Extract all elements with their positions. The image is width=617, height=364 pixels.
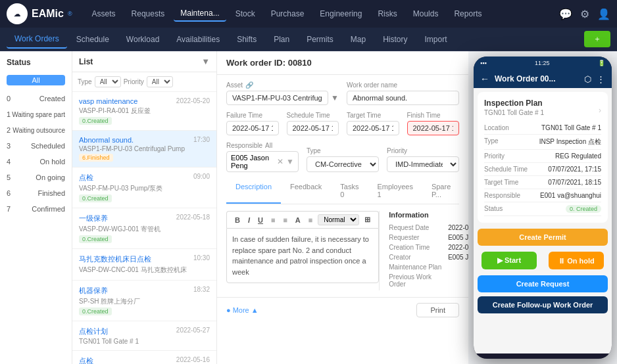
nav-stock[interactable]: Stock bbox=[229, 7, 262, 21]
create-followup-button[interactable]: Create Follow-up Work Order bbox=[478, 296, 608, 313]
list-item-sub: VASP-FM-PU-03 Pump/泵类 bbox=[79, 184, 210, 193]
grid-button[interactable]: ⊞ bbox=[362, 215, 373, 225]
card-chevron-icon[interactable]: › bbox=[599, 106, 601, 115]
finish-time-input[interactable] bbox=[407, 121, 460, 135]
status-scheduled[interactable]: 3 Scheduled bbox=[0, 138, 72, 154]
new-workorder-button[interactable]: ＋ bbox=[584, 31, 610, 47]
settings-icon[interactable]: ⚙ bbox=[580, 8, 589, 20]
subnav-shifts[interactable]: Shifts bbox=[229, 31, 264, 48]
mobile-row-status: Status 0. Created bbox=[484, 202, 601, 216]
tab-tasks[interactable]: Tasks 0 bbox=[331, 179, 368, 204]
mobile-card-sub: TGN01 Toll Gate # 1 bbox=[484, 109, 544, 116]
mobile-back-button[interactable]: ← bbox=[480, 74, 489, 84]
create-request-button[interactable]: Create Request bbox=[478, 275, 608, 292]
status-badge: 0.Created bbox=[79, 307, 112, 315]
status-finished[interactable]: 6 Finished bbox=[0, 185, 72, 201]
mobile-menu-icon[interactable]: ⋮ bbox=[597, 74, 605, 84]
asset-dropdown-icon[interactable]: ▼ bbox=[331, 93, 339, 102]
nav-risks[interactable]: Risks bbox=[371, 7, 403, 21]
list-item[interactable]: 机器保养 18:32 SP-SH 胜牌上海分厂 0.Created bbox=[72, 281, 216, 321]
list-item[interactable]: 一级保养 2022-05-18 VASP-DW-WGJ-001 寄管机 0.Cr… bbox=[72, 208, 216, 249]
status-waiting-outsource[interactable]: 2 Waiting outsource bbox=[0, 122, 72, 138]
bold-button[interactable]: B bbox=[232, 216, 243, 225]
priority-select[interactable]: IMD-Immediate ! bbox=[387, 156, 459, 172]
mobile-row-location: Location TGN01 Toll Gate # 1 bbox=[484, 122, 601, 135]
list2-button[interactable]: ≡ bbox=[280, 216, 289, 225]
font-size-select[interactable]: Normal bbox=[318, 214, 359, 225]
chat-icon[interactable]: 💬 bbox=[559, 8, 572, 20]
tab-spare-parts[interactable]: Spare P... bbox=[422, 179, 460, 204]
start-button[interactable]: ▶ Start bbox=[481, 252, 537, 269]
list-item[interactable]: 点检计划 2022-05-27 TGN01 Toll Gate # 1 bbox=[72, 321, 216, 351]
subnav-history[interactable]: History bbox=[375, 31, 415, 48]
responsible-dropdown-icon[interactable]: ▼ bbox=[286, 157, 294, 166]
nav-engineering[interactable]: Engineering bbox=[313, 7, 368, 21]
subnav-schedule[interactable]: Schedule bbox=[68, 31, 117, 48]
failure-time-group: Failure Time bbox=[226, 112, 279, 135]
mobile-row-type: Type INSP Inspection 点检 bbox=[484, 135, 601, 150]
tab-description[interactable]: Description bbox=[226, 179, 281, 204]
list-item[interactable]: 马扎克数控机床日点检 10:30 VASP-DW-CNC-001 马扎克数控机床 bbox=[72, 249, 216, 281]
nav-assets[interactable]: Assets bbox=[86, 7, 122, 21]
status-title: Status bbox=[0, 58, 72, 72]
status-confirmed[interactable]: 7 Confirmed bbox=[0, 201, 72, 217]
nav-icon-group: 💬 ⚙ 👤 bbox=[559, 8, 610, 20]
create-permit-button[interactable]: Create Permit bbox=[478, 229, 608, 246]
mobile-status-badge: 0. Created bbox=[566, 205, 601, 213]
asset-link-icon[interactable]: 🔗 bbox=[245, 81, 253, 89]
status-on-hold[interactable]: 4 On hold bbox=[0, 154, 72, 170]
list-item[interactable]: 点检 09:00 VASP-FM-PU-03 Pump/泵类 0.Created bbox=[72, 168, 216, 208]
nav-moulds[interactable]: Moulds bbox=[407, 7, 445, 21]
type-select[interactable]: CM-Corrective ! bbox=[307, 156, 379, 172]
type-filter-select[interactable]: All bbox=[95, 76, 121, 87]
status-on-going[interactable]: 5 On going bbox=[0, 170, 72, 185]
asset-input[interactable] bbox=[226, 91, 328, 105]
list-item-sub: SP-SH 胜牌上海分厂 bbox=[79, 297, 210, 306]
underline-button[interactable]: U bbox=[255, 216, 266, 225]
mobile-share-icon[interactable]: ⬡ bbox=[584, 74, 591, 84]
list-item[interactable]: 点检 2022-05-16 VASP-FM-PU-03 Pump/泵类 0.Cr… bbox=[72, 351, 216, 364]
print-button[interactable]: Print bbox=[416, 303, 459, 317]
tab-employees[interactable]: Employees 1 bbox=[368, 179, 422, 204]
target-time-input[interactable] bbox=[347, 121, 399, 135]
user-icon[interactable]: 👤 bbox=[597, 8, 610, 20]
nav-reports[interactable]: Reports bbox=[447, 7, 488, 21]
schedule-time-input[interactable] bbox=[287, 121, 339, 135]
priority-filter-select[interactable]: All bbox=[147, 76, 173, 87]
subnav-permits[interactable]: Permits bbox=[299, 31, 341, 48]
list-item[interactable]: Abnormal sound. 17:30 VASP1-FM-PU-03 Cen… bbox=[72, 131, 216, 168]
align-button[interactable]: ≡ bbox=[306, 216, 315, 225]
subnav-import[interactable]: Import bbox=[417, 31, 455, 48]
status-created[interactable]: 0 Created bbox=[0, 91, 72, 106]
subnav-availabilities[interactable]: Availabilities bbox=[168, 31, 228, 48]
app-logo[interactable]: ☁ EAMic ® bbox=[7, 3, 72, 24]
color-button[interactable]: A bbox=[293, 216, 303, 225]
mobile-row-schedule: Schedule Time 07/07/2021, 17:15 bbox=[484, 163, 601, 176]
editor-content[interactable]: In case of sudden failure, it is necessa… bbox=[226, 228, 379, 283]
on-hold-button[interactable]: ⏸ On hold bbox=[549, 252, 604, 269]
italic-button[interactable]: I bbox=[245, 216, 253, 225]
info-creator: Creator E005 Jas... bbox=[389, 254, 468, 261]
info-section: Information Request Date 2022-05-1... Re… bbox=[379, 211, 468, 290]
list-item[interactable]: vasp maintenance 2022-05-20 VASP-PI-RA-0… bbox=[72, 92, 216, 131]
main-content: Status All 0 Created 1 Waiting spare par… bbox=[0, 51, 617, 364]
list-button[interactable]: ≡ bbox=[268, 216, 278, 225]
subnav-workorders[interactable]: Work Orders bbox=[7, 30, 67, 49]
tab-feedback[interactable]: Feedback bbox=[281, 179, 331, 204]
more-button[interactable]: ● More ▲ bbox=[226, 306, 259, 314]
nav-maintenance[interactable]: Maintena... bbox=[174, 6, 226, 22]
list-header: List ▼ bbox=[72, 51, 216, 72]
nav-requests[interactable]: Requests bbox=[125, 7, 172, 21]
status-all-button[interactable]: All bbox=[7, 75, 65, 85]
failure-time-input[interactable] bbox=[226, 121, 279, 135]
work-order-name-input[interactable] bbox=[347, 91, 459, 105]
list-item-sub: TGN01 Toll Gate # 1 bbox=[79, 338, 210, 345]
subnav-workload[interactable]: Workload bbox=[118, 31, 167, 48]
nav-purchase[interactable]: Purchase bbox=[264, 7, 311, 21]
filter-icon[interactable]: ▼ bbox=[201, 57, 210, 66]
responsible-clear-icon[interactable]: ✕ bbox=[277, 157, 284, 166]
subnav-plan[interactable]: Plan bbox=[266, 31, 297, 48]
status-badge: 0.Created bbox=[79, 235, 112, 243]
status-waiting-spare[interactable]: 1 Waiting spare part bbox=[0, 106, 72, 122]
subnav-map[interactable]: Map bbox=[343, 31, 374, 48]
